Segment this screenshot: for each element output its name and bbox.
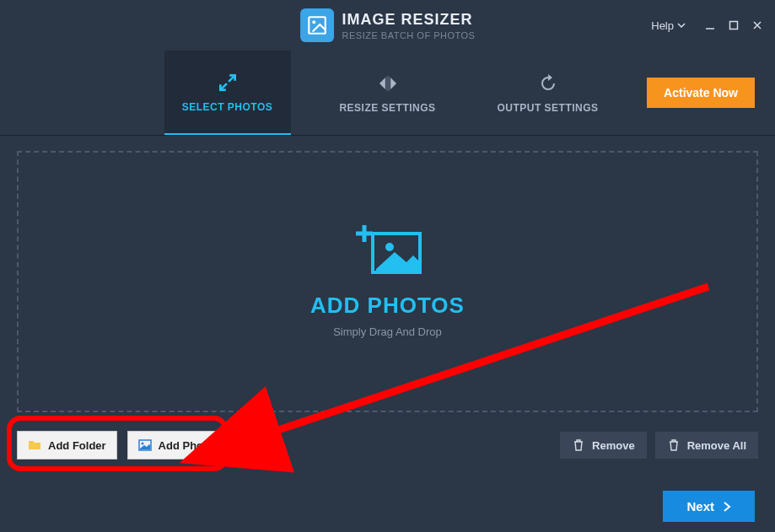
add-folder-label: Add Folder	[48, 439, 106, 452]
image-icon	[306, 14, 328, 36]
remove-all-button[interactable]: Remove All	[655, 432, 758, 459]
refresh-icon	[536, 72, 560, 95]
chevron-right-icon	[723, 502, 731, 512]
app-tagline: RESIZE BATCH OF PHOTOS	[342, 30, 476, 40]
remove-all-label: Remove All	[687, 439, 746, 452]
app-title-block: IMAGE RESIZER RESIZE BATCH OF PHOTOS	[300, 8, 476, 42]
tab-label: OUTPUT SETTINGS	[497, 102, 598, 114]
maximize-icon	[729, 20, 739, 30]
trash-icon	[572, 438, 585, 452]
svg-rect-0	[309, 17, 326, 34]
tab-label: SELECT PHOTOS	[182, 101, 273, 113]
add-photo-icon	[354, 225, 422, 277]
folder-icon	[28, 438, 41, 452]
help-label: Help	[651, 19, 674, 32]
mirror-icon	[376, 72, 400, 95]
main-panel: ADD PHOTOS Simply Drag And Drop	[0, 136, 775, 421]
add-folder-button[interactable]: Add Folder	[17, 431, 117, 459]
tab-label: RESIZE SETTINGS	[339, 102, 435, 114]
app-name: IMAGE RESIZER	[342, 11, 476, 29]
next-button[interactable]: Next	[663, 491, 755, 522]
trash-icon	[667, 438, 681, 452]
help-menu[interactable]: Help	[651, 19, 686, 32]
svg-point-1	[312, 20, 315, 24]
maximize-button[interactable]	[726, 18, 741, 33]
remove-button[interactable]: Remove	[560, 432, 647, 459]
svg-rect-3	[730, 22, 738, 30]
svg-point-7	[141, 443, 143, 445]
drop-subtitle: Simply Drag And Drop	[333, 325, 442, 338]
expand-arrows-icon	[216, 71, 239, 94]
drop-title: ADD PHOTOS	[310, 293, 465, 319]
add-photos-label: Add Photos	[159, 439, 220, 452]
tab-select-photos[interactable]: SELECT PHOTOS	[164, 51, 291, 135]
action-row: Add Folder Add Photos Remove Remove All	[0, 421, 775, 459]
app-logo	[300, 8, 334, 42]
footer: Next	[663, 491, 755, 522]
minimize-button[interactable]	[702, 18, 718, 33]
close-button[interactable]	[750, 18, 765, 33]
close-icon	[752, 20, 762, 30]
remove-label: Remove	[592, 439, 635, 452]
svg-point-5	[385, 243, 394, 251]
add-photos-button[interactable]: Add Photos	[127, 431, 231, 459]
photo-drop-area[interactable]: ADD PHOTOS Simply Drag And Drop	[17, 151, 758, 412]
activate-button[interactable]: Activate Now	[647, 78, 755, 108]
photo-icon	[138, 438, 152, 452]
tab-bar: SELECT PHOTOS RESIZE SETTINGS OUTPUT SET…	[0, 51, 775, 135]
titlebar: IMAGE RESIZER RESIZE BATCH OF PHOTOS Hel…	[0, 0, 775, 51]
minimize-icon	[705, 20, 715, 30]
tab-resize-settings[interactable]: RESIZE SETTINGS	[325, 51, 451, 135]
next-label: Next	[686, 499, 714, 513]
chevron-down-icon	[677, 21, 686, 30]
tab-output-settings[interactable]: OUTPUT SETTINGS	[485, 51, 611, 135]
